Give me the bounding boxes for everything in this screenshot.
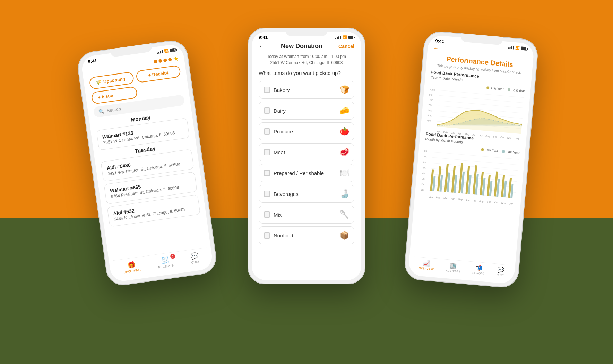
svg-text:1K: 1K bbox=[421, 189, 424, 191]
nav-donors[interactable]: 📬 DONORS bbox=[472, 264, 485, 276]
food-item-meat[interactable]: Meat 🥩 bbox=[259, 143, 354, 161]
nav-receipts[interactable]: 🧾 RECEIPTS 1 bbox=[157, 255, 174, 269]
nav-chat-3[interactable]: 💬 CHAT bbox=[497, 266, 505, 277]
agencies-icon: 🏢 bbox=[450, 262, 457, 269]
dairy-icon: 🧀 bbox=[340, 106, 349, 115]
svg-text:100K: 100K bbox=[430, 88, 435, 91]
chat-badge: 1 bbox=[170, 253, 176, 259]
bakery-icon: 🍞 bbox=[340, 85, 349, 94]
bar-chart: 8K 7K 6K 5K 4K 3K 2K 1K bbox=[421, 148, 519, 201]
wifi-icon-3: 📶 bbox=[515, 46, 520, 50]
checkbox-meat[interactable] bbox=[264, 149, 270, 155]
checkbox-mix[interactable] bbox=[264, 211, 270, 218]
svg-text:70K: 70K bbox=[428, 104, 433, 107]
svg-text:6K: 6K bbox=[423, 161, 426, 164]
svg-text:50K: 50K bbox=[427, 114, 432, 117]
svg-text:2K: 2K bbox=[421, 183, 424, 186]
star-icon: ★ bbox=[173, 55, 179, 63]
time-3: 9:41 bbox=[435, 38, 444, 44]
svg-line-26 bbox=[432, 157, 519, 165]
phones-container: 9:41 📶 bbox=[64, 17, 549, 347]
receipts-nav-icon: 🧾 bbox=[161, 256, 170, 265]
nav-agencies[interactable]: 🏢 AGENCIES bbox=[446, 262, 461, 273]
pickup-question: What items do you want picked up? bbox=[259, 70, 354, 76]
back-arrow[interactable]: ← bbox=[259, 43, 265, 50]
food-item-mix[interactable]: Mix 🥄 bbox=[259, 206, 354, 224]
line-chart: 100K 90K 80K 70K 60K 50K 40K bbox=[426, 86, 525, 136]
food-item-dairy[interactable]: Dairy 🧀 bbox=[259, 102, 354, 120]
search-icon: 🔍 bbox=[98, 109, 104, 114]
wifi-icon-2: 📶 bbox=[343, 35, 347, 39]
checkbox-nonfood[interactable] bbox=[264, 232, 270, 239]
checkbox-prepared[interactable] bbox=[264, 170, 270, 176]
upcoming-nav-icon: 🎁 bbox=[127, 261, 136, 269]
nav-upcoming[interactable]: 🎁 UPCOMING bbox=[122, 260, 141, 274]
checkbox-bakery[interactable] bbox=[264, 87, 270, 93]
svg-text:3K: 3K bbox=[422, 177, 425, 180]
wheat-icon: 🌾 bbox=[95, 79, 102, 85]
phone-upcoming: 9:41 📶 bbox=[76, 38, 218, 287]
meat-icon: 🥩 bbox=[340, 148, 349, 157]
svg-text:90K: 90K bbox=[429, 94, 434, 96]
food-item-beverages[interactable]: Beverages 🍶 bbox=[259, 185, 354, 203]
svg-text:40K: 40K bbox=[427, 119, 431, 122]
wifi-icon-1: 📶 bbox=[164, 49, 169, 53]
svg-text:60K: 60K bbox=[428, 109, 432, 112]
cancel-button[interactable]: Cancel bbox=[338, 44, 354, 49]
food-item-prepared[interactable]: Prepared / Perishable 🍽️ bbox=[259, 164, 354, 182]
svg-text:8K: 8K bbox=[424, 150, 427, 153]
phone-performance: 9:41 📶 ← Performance Details bbox=[403, 30, 539, 289]
checkbox-dairy[interactable] bbox=[264, 107, 270, 114]
time-1: 9:41 bbox=[88, 58, 97, 64]
line-chart-section: Food Bank Performance Year to Date Pound… bbox=[426, 70, 526, 136]
bar-chart-section: Food Bank Performance Month by Month Pou… bbox=[421, 131, 520, 201]
prepared-icon: 🍽️ bbox=[340, 168, 349, 177]
food-item-produce[interactable]: Produce 🍅 bbox=[259, 122, 354, 140]
back-arrow-3[interactable]: ← bbox=[433, 44, 440, 52]
mix-icon: 🥄 bbox=[340, 210, 349, 219]
produce-icon: 🍅 bbox=[340, 127, 349, 136]
donors-icon: 📬 bbox=[475, 264, 483, 271]
svg-text:80K: 80K bbox=[429, 99, 433, 102]
chat-nav-icon: 💬 bbox=[190, 252, 199, 260]
overview-icon: 📈 bbox=[423, 260, 431, 267]
checkbox-beverages[interactable] bbox=[264, 191, 270, 197]
food-item-bakery[interactable]: Bakery 🍞 bbox=[259, 81, 354, 99]
nonfood-icon: 📦 bbox=[340, 231, 349, 240]
nav-chat[interactable]: 💬 CHAT bbox=[190, 252, 200, 265]
time-2: 9:41 bbox=[259, 35, 268, 40]
beverages-icon: 🍶 bbox=[340, 189, 349, 198]
nav-overview[interactable]: 📈 OVERVIEW bbox=[418, 259, 434, 271]
phone-new-donation: 9:41 📶 ← New Donation C bbox=[248, 28, 365, 284]
donation-info-line2: 2551 W Cermak Rd, Chicago, IL 60608 bbox=[259, 60, 354, 65]
svg-text:7K: 7K bbox=[424, 155, 427, 158]
checkbox-produce[interactable] bbox=[264, 128, 270, 135]
svg-text:5K: 5K bbox=[423, 166, 426, 169]
svg-text:4K: 4K bbox=[422, 172, 425, 175]
chat-icon-3: 💬 bbox=[497, 266, 504, 274]
food-item-nonfood[interactable]: Nonfood 📦 bbox=[259, 226, 354, 244]
donation-title: New Donation bbox=[281, 43, 322, 50]
phone2-nav: ← New Donation Cancel bbox=[259, 41, 354, 54]
donation-info-line1: Today at Walmart from 10:00 am - 1:00 pm bbox=[259, 54, 354, 59]
